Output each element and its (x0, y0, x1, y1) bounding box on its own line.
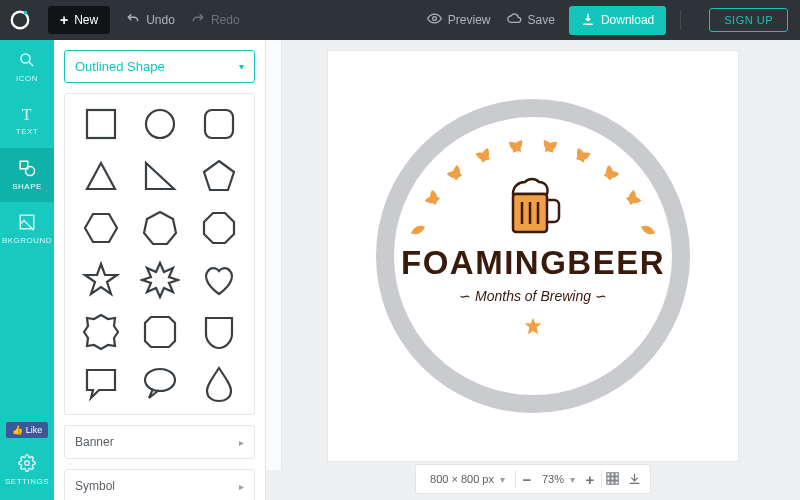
divider (680, 10, 681, 30)
background-icon (18, 213, 36, 233)
text-icon: T (22, 106, 32, 124)
svg-rect-20 (611, 476, 614, 479)
chevron-right-icon: ▸ (239, 437, 244, 448)
svg-rect-18 (615, 472, 618, 475)
canvas-statusbar: 800 × 800 px ▾ − 73% ▾ + (415, 464, 651, 494)
canvas-dimensions-dropdown[interactable]: 800 × 800 px ▾ (420, 473, 515, 485)
shape-heart[interactable] (193, 260, 244, 300)
svg-point-1 (24, 11, 28, 15)
shape-heptagon[interactable] (134, 208, 185, 248)
rail-label: TEXT (16, 127, 38, 136)
dropdown-label: Outlined Shape (75, 59, 165, 74)
svg-rect-19 (607, 476, 610, 479)
beer-mug-icon (503, 176, 563, 238)
zoom-label: 73% (542, 473, 564, 485)
accordion-label: Banner (75, 435, 114, 449)
accordion-label: Symbol (75, 479, 115, 493)
shape-hexagon[interactable] (75, 208, 126, 248)
svg-point-2 (432, 17, 436, 21)
svg-rect-8 (87, 110, 115, 138)
dimensions-label: 800 × 800 px (430, 473, 494, 485)
zoom-in-button[interactable]: + (579, 471, 601, 488)
eye-icon (427, 11, 442, 29)
preview-label: Preview (448, 13, 491, 27)
shape-speech-bubble-round[interactable] (134, 364, 185, 404)
chevron-down-icon: ▾ (570, 474, 575, 485)
svg-rect-21 (615, 476, 618, 479)
shape-octagon[interactable] (193, 208, 244, 248)
vertical-ruler (266, 40, 282, 470)
svg-point-3 (21, 54, 30, 63)
rail-label: SHAPE (12, 182, 42, 191)
shape-rounded-square[interactable] (193, 104, 244, 144)
rail-label: BKGROUND (2, 236, 52, 245)
rail-item-shape[interactable]: SHAPE (0, 148, 54, 202)
shape-shield[interactable] (193, 312, 244, 352)
search-icon (18, 51, 36, 71)
canvas[interactable]: FOAMINGBEER ∽ Months of Brewing ∽ (328, 51, 738, 461)
shape-grid (64, 93, 255, 415)
signup-button[interactable]: SIGN UP (709, 8, 788, 32)
rail-item-background[interactable]: BKGROUND (0, 202, 54, 256)
grid-toggle-button[interactable] (602, 471, 624, 488)
gear-icon (18, 454, 36, 474)
shape-speech-bubble-square[interactable] (75, 364, 126, 404)
layers-button[interactable] (624, 471, 646, 488)
shape-bevel-square[interactable] (134, 312, 185, 352)
accordion-symbol[interactable]: Symbol ▸ (64, 469, 255, 500)
cloud-icon (507, 11, 522, 29)
shape-circle[interactable] (134, 104, 185, 144)
rail-item-icon[interactable]: ICON (0, 40, 54, 94)
zoom-level-dropdown[interactable]: 73% ▾ (538, 473, 579, 485)
rail-item-text[interactable]: T TEXT (0, 94, 54, 148)
shape-panel: Outlined Shape ▾ (54, 40, 266, 500)
save-button[interactable]: Save (507, 11, 555, 29)
signup-label: SIGN UP (724, 14, 773, 26)
redo-label: Redo (211, 13, 240, 27)
shape-drop[interactable] (193, 364, 244, 404)
shape-seal[interactable] (75, 312, 126, 352)
zoom-out-button[interactable]: − (516, 471, 538, 488)
shape-right-triangle[interactable] (134, 156, 185, 196)
download-icon (581, 12, 595, 29)
new-button-label: New (74, 13, 98, 27)
logo-subtitle: ∽ Months of Brewing ∽ (459, 288, 607, 304)
svg-point-9 (146, 110, 174, 138)
facebook-like-button[interactable]: 👍 Like (6, 422, 49, 438)
shape-category-dropdown[interactable]: Outlined Shape ▾ (64, 50, 255, 83)
svg-rect-22 (607, 480, 610, 483)
svg-rect-17 (611, 472, 614, 475)
shape-square[interactable] (75, 104, 126, 144)
rail-item-settings[interactable]: SETTINGS (0, 448, 54, 492)
shape-star[interactable] (75, 260, 126, 300)
plus-icon: + (60, 12, 68, 28)
star-icon (523, 316, 543, 336)
logo-title: FOAMINGBEER (401, 244, 665, 282)
accordion-banner[interactable]: Banner ▸ (64, 425, 255, 459)
rail-label: ICON (16, 74, 38, 83)
chevron-down-icon: ▾ (239, 61, 244, 72)
thumbs-up-icon: 👍 (12, 425, 23, 435)
shape-burst[interactable] (134, 260, 185, 300)
canvas-area: FOAMINGBEER ∽ Months of Brewing ∽ 800 × … (266, 40, 800, 500)
svg-rect-24 (615, 480, 618, 483)
chevron-right-icon: ▸ (239, 481, 244, 492)
new-button[interactable]: + New (48, 6, 110, 34)
svg-rect-10 (205, 110, 233, 138)
save-label: Save (528, 13, 555, 27)
shape-pentagon[interactable] (193, 156, 244, 196)
svg-point-11 (145, 369, 175, 391)
download-button[interactable]: Download (569, 6, 666, 35)
svg-rect-23 (611, 480, 614, 483)
redo-button[interactable]: Redo (191, 12, 240, 29)
chevron-down-icon: ▾ (500, 474, 505, 485)
top-toolbar: + New Undo Redo Preview Save Download SI… (0, 0, 800, 40)
preview-button[interactable]: Preview (427, 11, 491, 29)
shape-icon (18, 159, 36, 179)
logo-artwork[interactable]: FOAMINGBEER ∽ Months of Brewing ∽ (368, 91, 698, 421)
undo-button[interactable]: Undo (126, 12, 175, 29)
left-rail: ICON T TEXT SHAPE BKGROUND 👍 Like (0, 40, 54, 500)
brand-logo[interactable] (0, 0, 40, 40)
shape-triangle[interactable] (75, 156, 126, 196)
svg-rect-16 (607, 472, 610, 475)
